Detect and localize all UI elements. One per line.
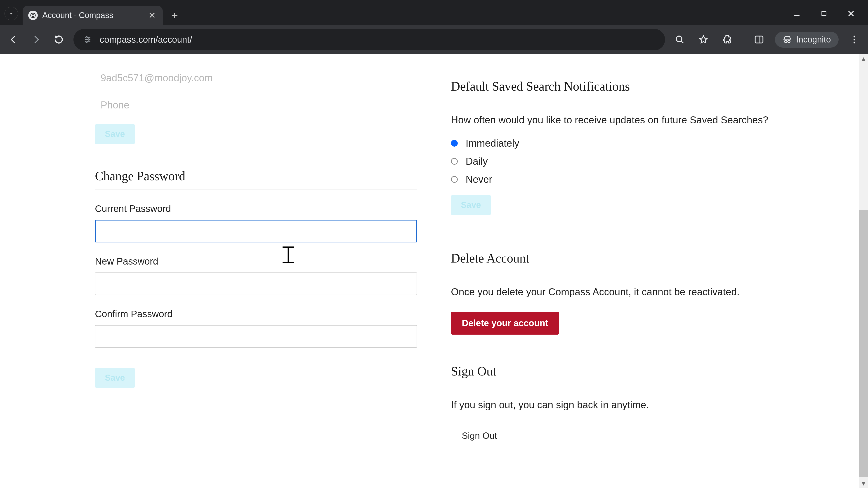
window-close-icon[interactable] — [845, 8, 857, 19]
window-minimize-icon[interactable] — [791, 8, 802, 19]
new-password-input[interactable] — [95, 272, 417, 295]
tab-close-icon[interactable]: ✕ — [148, 10, 156, 21]
side-panel-icon[interactable] — [751, 32, 767, 47]
scroll-down-arrow-icon[interactable]: ▼ — [859, 479, 868, 488]
save-profile-button[interactable]: Save — [95, 124, 135, 144]
browser-chrome: Account - Compass ✕ + — [0, 0, 868, 54]
current-password-input[interactable] — [95, 220, 417, 242]
phone-input-placeholder[interactable]: Phone — [95, 90, 417, 118]
delete-account-description: Once you delete your Compass Account, it… — [451, 285, 773, 299]
incognito-label: Incognito — [796, 35, 831, 44]
extensions-icon[interactable] — [719, 32, 735, 47]
left-column: 9ad5c571@moodjoy.com Phone Save Change P… — [95, 66, 417, 447]
site-settings-icon[interactable] — [83, 34, 93, 45]
new-password-label: New Password — [95, 256, 417, 267]
reload-button[interactable] — [51, 32, 67, 47]
current-password-label: Current Password — [95, 203, 417, 214]
svg-point-0 — [31, 13, 35, 18]
browser-toolbar: compass.com/account/ Incognito — [0, 25, 868, 54]
notifications-heading: Default Saved Search Notifications — [451, 79, 773, 100]
toolbar-right-icons: Incognito — [672, 32, 862, 48]
svg-point-20 — [854, 39, 855, 40]
toolbar-divider — [743, 33, 743, 46]
right-column: Default Saved Search Notifications How o… — [451, 66, 773, 447]
tab-search-dropdown-icon[interactable] — [4, 7, 18, 20]
browser-tab[interactable]: Account - Compass ✕ — [23, 6, 163, 25]
url-text: compass.com/account/ — [100, 35, 192, 45]
new-tab-button[interactable]: + — [168, 9, 181, 22]
back-button[interactable] — [6, 32, 22, 47]
radio-icon — [451, 140, 458, 147]
delete-account-button[interactable]: Delete your account — [451, 312, 559, 335]
sign-out-description: If you sign out, you can sign back in an… — [451, 397, 773, 412]
radio-label: Daily — [466, 156, 488, 167]
svg-point-11 — [676, 36, 682, 42]
sign-out-button[interactable]: Sign Out — [451, 425, 508, 447]
radio-option-daily[interactable]: Daily — [451, 156, 773, 167]
svg-point-16 — [784, 40, 787, 43]
account-settings-page: 9ad5c571@moodjoy.com Phone Save Change P… — [0, 54, 868, 488]
sign-out-heading: Sign Out — [451, 364, 773, 385]
email-readonly-field: 9ad5c571@moodjoy.com — [95, 66, 417, 90]
radio-icon — [451, 176, 458, 183]
confirm-password-input[interactable] — [95, 325, 417, 348]
notifications-description: How often would you like to receive upda… — [451, 112, 773, 127]
vertical-scrollbar[interactable]: ▲ ▼ — [859, 54, 868, 488]
search-icon[interactable] — [672, 32, 688, 47]
svg-rect-13 — [755, 36, 763, 43]
window-controls — [791, 8, 868, 25]
save-notifications-button[interactable]: Save — [451, 195, 491, 215]
radio-label: Never — [466, 174, 492, 185]
radio-icon — [451, 158, 458, 165]
tab-title: Account - Compass — [42, 11, 144, 20]
svg-rect-2 — [822, 11, 826, 16]
svg-point-9 — [88, 39, 90, 40]
scrollbar-thumb[interactable] — [859, 210, 868, 477]
radio-label: Immediately — [466, 138, 519, 149]
svg-point-19 — [854, 36, 855, 37]
window-maximize-icon[interactable] — [818, 8, 830, 19]
address-bar[interactable]: compass.com/account/ — [73, 29, 665, 51]
page-viewport: 9ad5c571@moodjoy.com Phone Save Change P… — [0, 54, 868, 488]
kebab-menu-icon[interactable] — [846, 32, 862, 47]
notification-frequency-radio-group: Immediately Daily Never — [451, 138, 773, 185]
change-password-heading: Change Password — [95, 169, 417, 190]
incognito-indicator[interactable]: Incognito — [775, 32, 839, 48]
confirm-password-label: Confirm Password — [95, 308, 417, 320]
svg-point-17 — [788, 40, 790, 43]
scroll-up-arrow-icon[interactable]: ▲ — [859, 54, 868, 63]
incognito-icon — [782, 35, 792, 44]
svg-point-21 — [854, 42, 855, 43]
svg-line-12 — [681, 41, 683, 43]
radio-option-immediately[interactable]: Immediately — [451, 138, 773, 149]
bookmark-star-icon[interactable] — [695, 32, 711, 47]
forward-button — [28, 32, 44, 47]
svg-point-10 — [86, 41, 88, 43]
tab-favicon-icon — [28, 11, 38, 20]
svg-point-8 — [86, 37, 88, 38]
text-cursor-icon — [283, 248, 294, 263]
tab-strip: Account - Compass ✕ + — [0, 0, 868, 25]
save-password-button[interactable]: Save — [95, 368, 135, 388]
radio-option-never[interactable]: Never — [451, 174, 773, 185]
delete-account-heading: Delete Account — [451, 251, 773, 272]
